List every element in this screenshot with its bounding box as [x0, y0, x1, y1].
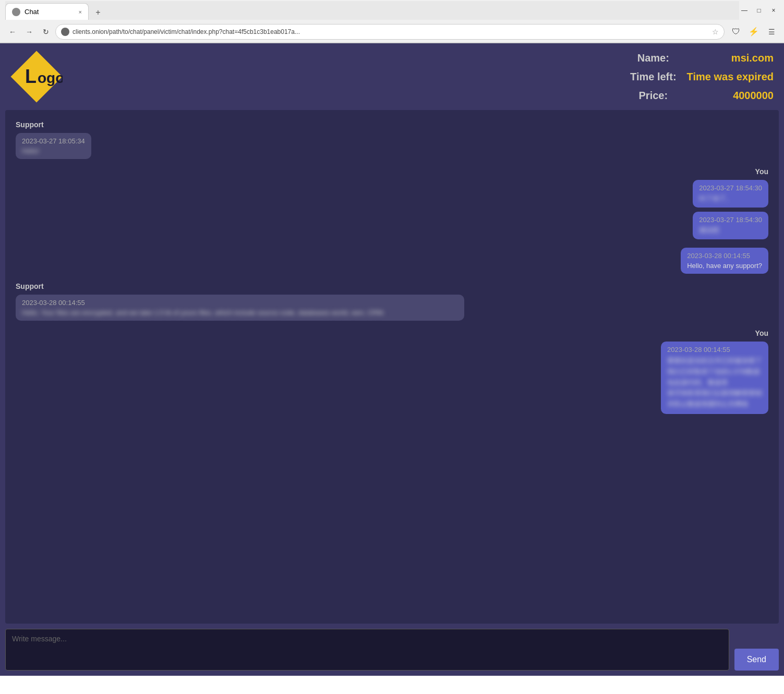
tab-close-btn[interactable]: ×: [79, 9, 82, 15]
sender-label-6: You: [755, 329, 768, 337]
message-time-1: 2023-03-27 18:05:34: [22, 137, 85, 145]
browser-chrome: Chat × + — □ × ← → ↻ clients.onion/path/…: [0, 0, 784, 43]
bookmark-icon[interactable]: ☆: [712, 28, 719, 36]
time-value: Time was expired: [687, 67, 774, 86]
sender-label-5: Support: [16, 282, 44, 290]
shield-icon[interactable]: 🛡: [729, 25, 743, 39]
message-time-2: 2023-03-27 18:54:30: [699, 184, 762, 192]
input-area: Send: [0, 624, 784, 676]
tab-title: Chat: [25, 8, 39, 16]
message-bubble-6: 2023-03-28 00:14:55 重要的是你的文件已经被加密了我们已经取得…: [661, 342, 768, 414]
message-text-1: Hello!: [22, 147, 85, 155]
active-tab[interactable]: Chat ×: [5, 3, 89, 20]
site-favicon: [61, 28, 69, 36]
message-text-2: 叫了你了。: [699, 194, 762, 203]
back-btn[interactable]: ←: [5, 25, 20, 39]
header-info: Name: Time left: Price:: [630, 48, 677, 105]
address-bar[interactable]: clients.onion/path/to/chat/panel/victim/…: [55, 24, 725, 40]
message-text-6: 重要的是你的文件已经被加密了我们已经取得了你的1.5TB数据包括源代码、数据库请…: [667, 356, 762, 410]
message-bubble-3: 2023-03-27 18:54:30 测试吧: [693, 212, 768, 239]
logo-container: L ogo: [10, 51, 63, 103]
page-content: L ogo Name: Time left: Price: msi.com Ti…: [0, 43, 784, 676]
message-text-5: Hello. Your files are encrypted, and we …: [22, 309, 458, 316]
price-label: Price:: [630, 86, 677, 105]
page-header: L ogo Name: Time left: Price: msi.com Ti…: [0, 43, 784, 110]
message-time-4: 2023-03-28 00:14:55: [687, 252, 762, 260]
name-label: Name:: [630, 48, 677, 67]
new-tab-btn[interactable]: +: [91, 5, 105, 20]
message-bubble-4: 2023-03-28 00:14:55 Hello, have any supp…: [681, 248, 768, 274]
message-input[interactable]: [5, 629, 729, 671]
time-label: Time left:: [630, 67, 677, 86]
message-text-3: 测试吧: [699, 226, 762, 235]
message-time-5: 2023-03-28 00:14:55: [22, 299, 458, 307]
close-window-btn[interactable]: ×: [768, 5, 779, 16]
tab-bar: Chat × +: [5, 1, 739, 20]
chat-container: Support 2023-03-27 18:05:34 Hello! You 2…: [5, 110, 779, 624]
message-bubble-2: 2023-03-27 18:54:30 叫了你了。: [693, 180, 768, 208]
message-group-2: You 2023-03-27 18:54:30 叫了你了。 2023-03-27…: [16, 167, 768, 239]
forward-btn[interactable]: →: [22, 25, 37, 39]
message-time-6: 2023-03-28 00:14:55: [667, 346, 762, 354]
tab-favicon: [12, 8, 20, 16]
sender-label-2: You: [755, 167, 768, 176]
message-group-5: Support 2023-03-28 00:14:55 Hello. Your …: [16, 282, 768, 321]
message-bubble-5: 2023-03-28 00:14:55 Hello. Your files ar…: [16, 295, 464, 321]
refresh-btn[interactable]: ↻: [39, 25, 53, 39]
maximize-btn[interactable]: □: [754, 5, 764, 16]
chat-messages[interactable]: Support 2023-03-27 18:05:34 Hello! You 2…: [5, 110, 779, 624]
sender-label-1: Support: [16, 120, 44, 129]
address-text: clients.onion/path/to/chat/panel/victim/…: [73, 28, 709, 35]
svg-text:L: L: [25, 66, 37, 87]
header-values: msi.com Time was expired 4000000: [687, 48, 774, 105]
title-bar: Chat × + — □ ×: [0, 0, 784, 21]
menu-btn[interactable]: ☰: [764, 25, 779, 39]
send-button[interactable]: Send: [734, 649, 779, 671]
svg-text:ogo: ogo: [38, 70, 63, 86]
message-bubble-1: 2023-03-27 18:05:34 Hello!: [16, 133, 91, 159]
minimize-btn[interactable]: —: [739, 5, 750, 16]
message-text-4: Hello, have any support?: [687, 262, 762, 270]
domain-value: msi.com: [687, 48, 774, 67]
extension-icon[interactable]: ⚡: [746, 25, 761, 39]
logo-diamond: L ogo: [10, 51, 63, 103]
nav-bar: ← → ↻ clients.onion/path/to/chat/panel/v…: [0, 21, 784, 43]
price-value: 4000000: [687, 86, 774, 105]
message-time-3: 2023-03-27 18:54:30: [699, 216, 762, 224]
nav-icons: 🛡 ⚡ ☰: [729, 25, 779, 39]
window-controls: — □ ×: [739, 5, 779, 16]
message-group-4: 2023-03-28 00:14:55 Hello, have any supp…: [16, 248, 768, 274]
message-group-1: Support 2023-03-27 18:05:34 Hello!: [16, 120, 768, 159]
message-group-6: You 2023-03-28 00:14:55 重要的是你的文件已经被加密了我们…: [16, 329, 768, 414]
